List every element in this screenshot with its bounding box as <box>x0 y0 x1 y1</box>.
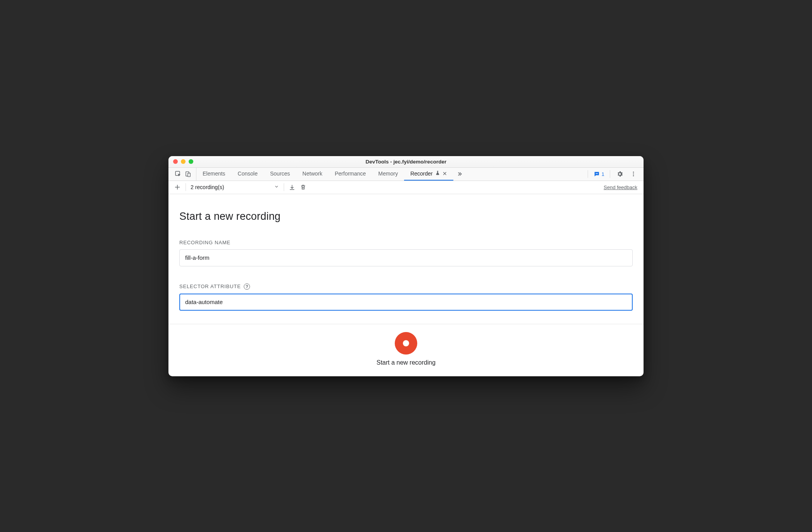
close-window-button[interactable] <box>173 159 178 164</box>
minimize-window-button[interactable] <box>181 159 186 164</box>
device-toolbar-icon[interactable] <box>185 171 191 177</box>
divider <box>284 183 284 191</box>
traffic-lights <box>168 159 193 164</box>
tabs-right-controls: 1 <box>583 168 642 181</box>
recording-name-field: RECORDING NAME <box>179 240 633 266</box>
tab-console[interactable]: Console <box>231 168 264 181</box>
svg-point-5 <box>633 174 634 175</box>
tab-performance[interactable]: Performance <box>328 168 372 181</box>
selector-attribute-label: SELECTOR ATTRIBUTE ? <box>179 283 633 290</box>
close-tab-icon[interactable]: ✕ <box>442 171 447 176</box>
start-recording-label: Start a new recording <box>377 359 435 366</box>
recording-name-label: RECORDING NAME <box>179 240 633 245</box>
delete-button[interactable] <box>298 184 309 190</box>
tab-memory[interactable]: Memory <box>372 168 404 181</box>
selector-attribute-input[interactable] <box>179 294 633 311</box>
divider <box>610 170 610 178</box>
recorder-content: Start a new recording RECORDING NAME SEL… <box>168 194 644 324</box>
tab-elements[interactable]: Elements <box>196 168 231 181</box>
page-title: Start a new recording <box>179 210 633 223</box>
settings-icon[interactable] <box>614 170 626 177</box>
recorder-toolbar: 2 recording(s) Send feedback <box>168 181 644 194</box>
window-title: DevTools - jec.fyi/demo/recorder <box>168 159 644 165</box>
tabs-list: Elements Console Sources Network Perform… <box>196 168 453 181</box>
selector-attribute-field: SELECTOR ATTRIBUTE ? <box>179 283 633 311</box>
devtools-window: DevTools - jec.fyi/demo/recorder Element… <box>168 156 644 376</box>
maximize-window-button[interactable] <box>189 159 193 164</box>
recordings-dropdown[interactable]: 2 recording(s) <box>188 184 281 190</box>
recording-name-input[interactable] <box>179 249 633 266</box>
help-icon[interactable]: ? <box>244 283 250 290</box>
record-icon <box>403 340 409 346</box>
export-button[interactable] <box>286 184 298 191</box>
divider <box>186 183 186 191</box>
issues-badge[interactable]: 1 <box>592 171 606 177</box>
svg-point-4 <box>633 172 634 173</box>
titlebar: DevTools - jec.fyi/demo/recorder <box>168 156 644 168</box>
chevron-down-icon <box>274 184 279 190</box>
start-recording-button[interactable] <box>395 332 417 355</box>
issues-count: 1 <box>602 171 604 177</box>
tab-network[interactable]: Network <box>296 168 328 181</box>
more-menu-icon[interactable] <box>628 171 639 177</box>
tab-recorder[interactable]: Recorder ✕ <box>404 168 453 181</box>
divider <box>588 170 588 178</box>
tab-sources[interactable]: Sources <box>264 168 296 181</box>
inspect-tools <box>170 168 196 181</box>
tabs-bar: Elements Console Sources Network Perform… <box>168 168 644 181</box>
svg-rect-2 <box>188 173 190 176</box>
svg-point-6 <box>633 175 634 176</box>
new-recording-button[interactable] <box>172 184 183 191</box>
inspect-element-icon[interactable] <box>175 170 182 177</box>
tabs-overflow-icon[interactable] <box>453 168 466 181</box>
send-feedback-link[interactable]: Send feedback <box>604 184 640 190</box>
svg-rect-3 <box>595 173 598 174</box>
flask-icon <box>435 170 440 177</box>
bottom-action-bar: Start a new recording <box>168 324 644 376</box>
recordings-label: 2 recording(s) <box>191 184 224 190</box>
